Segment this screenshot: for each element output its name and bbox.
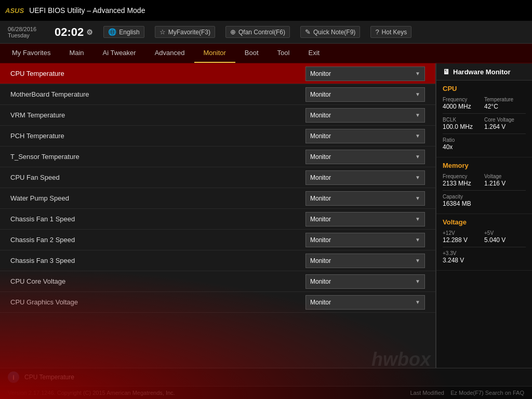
hw-12v-value: 12.288 V [443,236,484,244]
language-button[interactable]: 🌐 English [103,26,144,38]
qfan-label: Qfan Control(F6) [238,29,285,36]
quicknote-label: Quick Note(F9) [313,29,355,36]
hw-cpu-temp-label: Temperature [484,97,526,102]
monitor-icon: 🖥 [443,68,450,76]
datetime: 06/28/2016 Tuesday [8,26,44,38]
hw-mem-volt-label: Voltage [484,174,526,179]
nav-monitor[interactable]: Monitor [194,44,235,63]
nav-tool[interactable]: Tool [268,44,299,63]
main-content: CPU Temperature Monitor ▼ MotherBoard Te… [0,63,532,368]
hw-12v-label: +12V [443,230,484,236]
hw-cpu-freq-temp-row: Frequency 4000 MHz Temperature 42°C [443,97,526,110]
hw-mem-capacity: Capacity 16384 MB [443,194,526,207]
time-display: 02:02 [55,25,84,39]
clock: 02:02 ⚙ [55,25,93,39]
hw-5v-label: +5V [484,230,526,236]
question-icon: ? [375,28,379,36]
chevron-down-icon: ▼ [415,112,420,118]
status-message: CPU Temperature [24,374,74,381]
setting-chassis-fan1[interactable]: Chassis Fan 1 Speed Monitor ▼ [0,209,435,230]
setting-tsensor-temperature[interactable]: T_Sensor Temperature Monitor ▼ [0,147,435,167]
vrm-temp-label: VRM Temperature [10,111,305,119]
chevron-down-icon: ▼ [415,278,420,284]
chassis-fan1-label: Chassis Fan 1 Speed [10,215,305,223]
setting-chassis-fan3[interactable]: Chassis Fan 3 Speed Monitor ▼ [0,250,435,271]
chevron-down-icon: ▼ [415,133,420,139]
hw-mem-capacity-row: Capacity 16384 MB [443,194,526,207]
nav-advanced[interactable]: Advanced [145,44,194,63]
hw-ratio-label: Ratio [443,137,526,143]
vrm-temp-select[interactable]: Monitor ▼ [305,108,425,123]
hw-capacity-label: Capacity [443,194,526,200]
nav-menu: My Favorites Main Ai Tweaker Advanced Mo… [0,44,532,63]
hw-cpu-bclk: BCLK 100.0 MHz [443,117,484,130]
chassis-fan3-select[interactable]: Monitor ▼ [305,254,425,268]
hw-cpu-freq-value: 4000 MHz [443,103,484,110]
hw-bclk-value: 100.0 MHz [443,123,484,130]
setting-pch-temperature[interactable]: PCH Temperature Monitor ▼ [0,126,435,147]
nav-my-favorites[interactable]: My Favorites [3,44,60,63]
qfan-button[interactable]: ⊕ Qfan Control(F6) [225,26,290,38]
hw-monitor-header: 🖥 Hardware Monitor [436,63,532,81]
asus-logo: ASUS [5,7,24,15]
hw-cpu-frequency: Frequency 4000 MHz [443,97,484,110]
footer-version: Version 2.17.1246. Copyright (C) 2015 Am… [8,390,175,396]
pch-temp-select[interactable]: Monitor ▼ [305,129,425,143]
quicknote-button[interactable]: ✎ Quick Note(F9) [300,26,360,38]
chevron-down-icon: ▼ [415,71,420,76]
nav-boot[interactable]: Boot [235,44,268,63]
chevron-down-icon: ▼ [415,91,420,97]
hw-capacity-value: 16384 MB [443,200,526,207]
hotkeys-button[interactable]: ? Hot Keys [370,26,411,38]
note-icon: ✎ [305,28,311,36]
pch-temp-label: PCH Temperature [10,132,305,140]
chassis-fan1-select[interactable]: Monitor ▼ [305,212,425,227]
chevron-down-icon: ▼ [415,258,420,263]
hw-mem-freq-label: Frequency [443,174,484,179]
settings-panel: CPU Temperature Monitor ▼ MotherBoard Te… [0,63,436,368]
mb-temp-select[interactable]: Monitor ▼ [305,87,425,102]
hw-cpu-ratio-row: Ratio 40x [443,137,526,151]
settings-icon[interactable]: ⚙ [86,28,93,36]
setting-cpu-core-voltage[interactable]: CPU Core Voltage Monitor ▼ [0,271,435,292]
hw-cpu-temp-value: 42°C [484,103,526,110]
nav-ai-tweaker[interactable]: Ai Tweaker [94,44,145,63]
cpu-graphics-voltage-label: CPU Graphics Voltage [10,298,305,306]
setting-cpu-graphics-voltage[interactable]: CPU Graphics Voltage Monitor ▼ [0,292,435,313]
tsensor-temp-select[interactable]: Monitor ▼ [305,150,425,164]
hw-mem-freq-value: 2133 MHz [443,180,484,187]
nav-main[interactable]: Main [60,44,93,63]
cpu-graphics-voltage-select[interactable]: Monitor ▼ [305,295,425,310]
setting-vrm-temperature[interactable]: VRM Temperature Monitor ▼ [0,105,435,126]
hw-cpu-section: CPU Frequency 4000 MHz Temperature 42°C … [436,81,532,157]
water-pump-label: Water Pump Speed [10,194,305,202]
myfavorite-button[interactable]: ☆ MyFavorite(F3) [155,26,215,38]
footer: Version 2.17.1246. Copyright (C) 2015 Am… [0,386,532,399]
hw-cpu-freq-label: Frequency [443,97,484,102]
setting-cpu-temperature[interactable]: CPU Temperature Monitor ▼ [0,63,435,84]
hw-voltage-section: Voltage +12V 12.288 V +5V 5.040 V +3.3V … [436,214,532,271]
hardware-monitor-panel: 🖥 Hardware Monitor CPU Frequency 4000 MH… [436,63,532,368]
hw-cpu-title: CPU [443,85,526,92]
nav-exit[interactable]: Exit [299,44,329,63]
hw-bclk-label: BCLK [443,117,484,123]
star-icon: ☆ [159,28,166,36]
cpu-core-voltage-select[interactable]: Monitor ▼ [305,274,425,289]
language-icon: 🌐 [108,28,116,36]
setting-motherboard-temperature[interactable]: MotherBoard Temperature Monitor ▼ [0,84,435,105]
water-pump-select[interactable]: Monitor ▼ [305,191,425,206]
setting-water-pump-speed[interactable]: Water Pump Speed Monitor ▼ [0,188,435,209]
date: 06/28/2016 [8,26,44,32]
hw-memory-section: Memory Frequency 2133 MHz Voltage 1.216 … [436,157,532,214]
cpu-fan-select[interactable]: Monitor ▼ [305,170,425,185]
chassis-fan2-select[interactable]: Monitor ▼ [305,233,425,247]
hw-core-voltage-label: Core Voltage [484,117,526,123]
cpu-temp-select[interactable]: Monitor ▼ [305,66,425,81]
setting-cpu-fan-speed[interactable]: CPU Fan Speed Monitor ▼ [0,167,435,188]
hw-mem-frequency: Frequency 2133 MHz [443,174,484,187]
hw-voltage-title: Voltage [443,218,526,226]
cpu-core-voltage-label: CPU Core Voltage [10,277,305,285]
setting-chassis-fan2[interactable]: Chassis Fan 2 Speed Monitor ▼ [0,230,435,250]
chevron-down-icon: ▼ [415,195,420,201]
chevron-down-icon: ▼ [415,299,420,305]
